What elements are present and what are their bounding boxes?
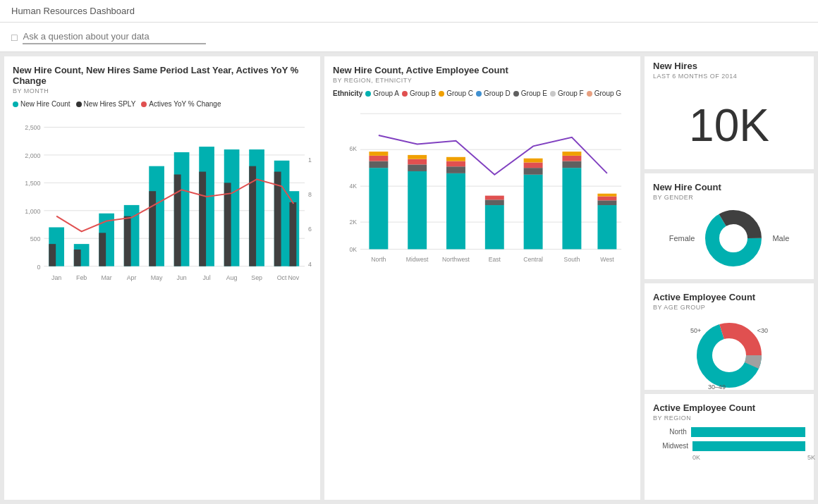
card7-subtitle: BY AGE GROUP [653, 304, 805, 311]
region-axis-5k: 5K [807, 454, 815, 461]
svg-rect-68 [446, 161, 465, 167]
svg-text:Nov: Nov [288, 274, 299, 281]
legend-actives-yoy: Actives YoY % Change [141, 100, 221, 108]
region-midwest-label: Midwest [653, 442, 688, 450]
legend-color-yoy [141, 102, 147, 107]
svg-text:Sep: Sep [251, 274, 262, 281]
card4-subtitle: BY GENDER [653, 194, 805, 201]
page-title: Human Resources Dashboard [11, 6, 135, 16]
card-new-hire-gender: New Hire Count BY GENDER Female Male [645, 173, 814, 279]
age-50plus-label: 50+ [690, 327, 701, 334]
svg-rect-65 [408, 155, 427, 159]
age-donut-chart [690, 316, 768, 394]
svg-rect-71 [485, 199, 504, 205]
svg-rect-29 [99, 233, 106, 266]
chat-icon: □ [11, 32, 17, 43]
svg-rect-67 [446, 166, 465, 173]
ethnicity-label: Ethnicity [333, 90, 362, 97]
region-midwest-bar [692, 441, 805, 451]
svg-rect-84 [597, 194, 616, 197]
svg-rect-66 [446, 173, 465, 250]
svg-rect-81 [597, 205, 616, 250]
svg-text:2,500: 2,500 [25, 124, 40, 131]
svg-text:1,000: 1,000 [25, 208, 40, 215]
legend2-g: Group G [587, 90, 621, 97]
svg-text:North: North [371, 256, 386, 263]
legend2-b: Group B [402, 90, 436, 97]
svg-rect-82 [597, 200, 616, 205]
card1-chart: 0 500 1,000 1,500 2,000 2,500 4% 6% 8% 1… [13, 112, 312, 288]
card4-title: New Hire Count [653, 182, 805, 192]
svg-rect-78 [562, 161, 581, 168]
svg-text:8%: 8% [308, 191, 312, 198]
card1-subtitle: BY MONTH [13, 87, 312, 94]
card2-subtitle: BY REGION, ETHNICITY [333, 77, 632, 84]
svg-text:Northwest: Northwest [442, 256, 470, 263]
svg-text:4K: 4K [350, 183, 358, 190]
svg-text:South: South [564, 256, 580, 263]
legend-new-hire-count: New Hire Count [13, 100, 71, 108]
svg-text:500: 500 [30, 235, 41, 242]
card-new-hire-active: New Hire Count, Active Employee Count BY… [324, 56, 640, 500]
svg-text:Aug: Aug [226, 274, 238, 281]
svg-rect-73 [524, 175, 543, 250]
gender-donut-chart [702, 207, 765, 270]
svg-text:Jan: Jan [51, 274, 61, 281]
card3-subtitle: LAST 6 MONTHS OF 2014 [653, 73, 805, 80]
svg-text:6%: 6% [308, 226, 312, 233]
region-north-label: North [653, 428, 687, 436]
legend2-a: Group A [365, 90, 399, 97]
svg-rect-74 [524, 168, 543, 175]
svg-rect-27 [49, 244, 56, 266]
female-label: Female [669, 234, 695, 242]
qa-input[interactable] [23, 30, 206, 44]
svg-text:Midwest: Midwest [406, 256, 429, 263]
card2-chart: 0K 2K 4K 6K [333, 100, 632, 276]
right-column: New Hires LAST 6 MONTHS OF 2014 10K New … [645, 56, 814, 500]
svg-rect-80 [562, 152, 581, 156]
male-label: Male [772, 234, 789, 242]
svg-text:May: May [151, 274, 163, 281]
card-active-region: Active Employee Count BY REGION North Mi… [645, 394, 814, 500]
card8-subtitle: BY REGION [653, 414, 805, 422]
svg-text:10%: 10% [308, 156, 312, 164]
svg-text:2K: 2K [350, 219, 358, 226]
region-axis-0k: 0K [692, 454, 700, 461]
qa-bar[interactable]: □ [0, 23, 818, 52]
svg-text:Feb: Feb [76, 274, 87, 281]
region-row-midwest: Midwest [653, 441, 805, 451]
card-new-hires-big: New Hires LAST 6 MONTHS OF 2014 10K [645, 56, 814, 169]
svg-text:Jun: Jun [176, 274, 186, 281]
svg-rect-32 [174, 175, 181, 266]
card1-legend: New Hire Count New Hires SPLY Actives Yo… [13, 100, 312, 108]
svg-rect-58 [369, 168, 388, 249]
svg-rect-64 [408, 159, 427, 165]
card7-title: Active Employee Count [653, 292, 805, 302]
card2-title: New Hire Count, Active Employee Count [333, 65, 632, 75]
svg-rect-69 [446, 157, 465, 161]
legend2-c: Group C [439, 90, 473, 97]
legend-color-sply [76, 102, 82, 107]
svg-text:2,000: 2,000 [25, 152, 40, 159]
svg-rect-33 [199, 172, 206, 266]
age-under30-label: <30 [757, 327, 768, 334]
svg-rect-77 [562, 168, 581, 249]
svg-rect-59 [369, 161, 388, 168]
card1-title: New Hire Count, New Hires Same Period La… [13, 65, 312, 86]
svg-text:0K: 0K [350, 246, 358, 253]
card3-title: New Hires [653, 61, 805, 71]
legend2-d: Group D [476, 90, 511, 97]
card-active-age: Active Employee Count BY AGE GROUP 50+ <… [645, 283, 814, 389]
svg-rect-79 [562, 156, 581, 161]
new-hires-number: 10K [653, 85, 805, 166]
svg-rect-37 [289, 202, 296, 266]
svg-text:Oct: Oct [277, 274, 287, 281]
svg-rect-60 [369, 156, 388, 161]
svg-rect-72 [485, 196, 504, 200]
card8-title: Active Employee Count [653, 402, 805, 413]
card-new-hire-trend: New Hire Count, New Hires Same Period La… [4, 56, 320, 500]
svg-text:West: West [600, 256, 614, 263]
svg-text:Jul: Jul [202, 274, 210, 281]
legend-new-hires-sply: New Hires SPLY [76, 100, 136, 108]
svg-text:Apr: Apr [127, 274, 137, 281]
